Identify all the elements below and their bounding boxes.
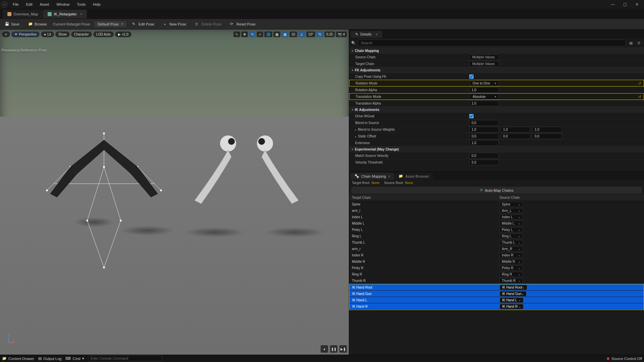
label[interactable]: Static Offset [355, 134, 469, 138]
asset-browser-tab[interactable]: 📁 Asset Browser [394, 173, 433, 180]
pause-button[interactable]: ❚❚ [330, 345, 337, 353]
move-mode-icon[interactable]: ✥ [241, 32, 248, 37]
source-chain-dropdown[interactable]: Middle L⌄ [499, 221, 523, 226]
menu-asset[interactable]: Asset [37, 1, 53, 8]
viewport-menu-button[interactable]: ≡ [2, 32, 10, 37]
source-chain-dropdown[interactable]: IK Hand R⌄ [500, 304, 523, 309]
source-chain-dropdown[interactable]: IK Hand Gun⌄ [500, 291, 526, 296]
chain-row[interactable]: SpineSpine⌄ [349, 201, 644, 207]
label[interactable]: Blend to Source Weights [355, 128, 469, 131]
menu-tools[interactable]: Tools [73, 1, 89, 8]
extension-input[interactable]: 1.0 [469, 140, 499, 146]
lit-dropdown[interactable]: ● Lit [41, 32, 54, 37]
play-speed[interactable]: ▶ x1.0 [115, 32, 131, 37]
default-pose-dropdown[interactable]: Default Pose [94, 21, 126, 27]
source-chain-dropdown[interactable]: Thumb L⌄ [499, 240, 523, 245]
match-vel-input[interactable]: 0.0 [469, 153, 499, 159]
gear-icon[interactable]: ⚙ [636, 40, 642, 46]
delete-pose-button[interactable]: 🗑Delete Pose [192, 20, 224, 28]
chain-row[interactable]: IK Hand RIK Hand R⌄ [350, 303, 644, 310]
content-drawer-button[interactable]: 📁 Content Drawer [2, 356, 34, 361]
chain-row[interactable]: Thumb RThumb R⌄ [349, 278, 644, 284]
cmd-dropdown[interactable]: ⌨ Cmd ▾ [65, 356, 84, 361]
source-chain-dropdown[interactable]: Thumb R⌄ [499, 278, 523, 283]
source-chain-dropdown[interactable]: Arm_L⌄ [499, 208, 523, 213]
target-chain-dropdown[interactable]: Multiple Values [469, 61, 499, 67]
reset-pose-button[interactable]: ⟳Reset Pose [227, 20, 258, 28]
bw1-input[interactable]: 1.0 [469, 127, 499, 132]
tab-overview[interactable]: Overview_Map [3, 10, 43, 18]
translation-mode-dropdown[interactable]: Absolute [470, 94, 499, 100]
character-dropdown[interactable]: Character [71, 32, 92, 37]
filter-icon[interactable]: ▦ [628, 40, 634, 46]
chain-row[interactable]: Middle RMiddle R⌄ [349, 258, 644, 265]
chain-list[interactable]: SpineSpine⌄arm_lArm_L⌄Index LIndex L⌄Mid… [349, 201, 644, 355]
bw2-input[interactable]: 1.0 [501, 127, 530, 132]
drive-ik-checkbox[interactable] [469, 114, 474, 118]
section-fk[interactable]: FK Adjustments [349, 67, 644, 73]
angle-snap-value[interactable]: 10° [306, 32, 315, 37]
show-dropdown[interactable]: Show [55, 32, 70, 37]
chain-row[interactable]: Thumb LThumb L⌄ [349, 239, 644, 246]
so1-input[interactable]: 0.0 [469, 133, 499, 139]
search-input[interactable] [358, 40, 626, 46]
console-input[interactable] [88, 356, 162, 361]
chain-row[interactable]: Pinky RPinky R⌄ [349, 265, 644, 271]
close-icon[interactable]: × [80, 12, 82, 16]
chain-row[interactable]: arm_lArm_L⌄ [349, 207, 644, 214]
browse-button[interactable]: 📁Browse [25, 20, 50, 28]
lod-dropdown[interactable]: LOD Auto [93, 32, 114, 37]
source-chain-dropdown[interactable]: Index L⌄ [499, 215, 523, 220]
details-tab[interactable]: ✎ Details× [351, 31, 382, 38]
menu-window[interactable]: Window [53, 1, 73, 8]
scale-snap-value[interactable]: 0.25 [324, 32, 335, 37]
reset-icon[interactable]: ↺ [638, 95, 641, 99]
angle-snap-toggle[interactable]: ∠ [298, 32, 305, 37]
source-control[interactable]: Source Control Off [607, 357, 642, 361]
reset-icon[interactable]: ↺ [638, 81, 641, 85]
automap-button[interactable]: ⟳Auto-Map Chains [351, 187, 642, 194]
edit-pose-button[interactable]: ✎Edit Pose [129, 20, 157, 28]
blend-source-input[interactable]: 0.0 [469, 120, 499, 126]
chain-row[interactable]: Pinky LPinky L⌄ [349, 227, 644, 233]
chain-row[interactable]: IK Hand RootIK Hand Root⌄ [350, 284, 644, 291]
section-chain[interactable]: Chain Mapping [349, 48, 644, 54]
chain-row[interactable]: Index LIndex L⌄ [349, 214, 644, 220]
chain-row[interactable]: Ring RRing R⌄ [349, 271, 644, 278]
world-local-icon[interactable]: 🌐 [264, 32, 272, 37]
rotation-alpha-input[interactable]: 1.0 [469, 87, 499, 93]
new-pose-button[interactable]: ＋New Pose [160, 20, 189, 28]
so2-input[interactable]: 0.0 [501, 133, 530, 139]
maximize-button[interactable]: ▢ [619, 1, 631, 8]
chain-row[interactable]: arm_rArm_R⌄ [349, 246, 644, 252]
bw3-input[interactable]: 1.0 [532, 127, 562, 132]
source-chain-dropdown[interactable]: Pinky L⌄ [499, 227, 523, 232]
camera-speed[interactable]: 📷 4 [336, 32, 347, 37]
surface-snap-icon[interactable]: ▦ [273, 32, 280, 37]
section-ik[interactable]: IK Adjustments [349, 107, 644, 113]
chain-row[interactable]: IK Hand LIK Hand L⌄ [350, 297, 644, 303]
copy-pose-checkbox[interactable] [469, 74, 474, 79]
vel-thresh-input[interactable]: 5.0 [469, 160, 499, 165]
chain-row[interactable]: Ring LRing L⌄ [349, 233, 644, 239]
minimize-button[interactable]: — [607, 1, 619, 8]
scale-mode-icon[interactable]: ⤢ [257, 32, 263, 37]
tab-retargeter[interactable]: IK_Retargeter × [43, 10, 87, 18]
source-chain-dropdown[interactable]: Ring R⌄ [499, 272, 523, 277]
step-button[interactable]: ▶❚ [339, 345, 347, 353]
record-button[interactable]: ● [321, 345, 328, 353]
source-chain-dropdown[interactable]: IK Hand L⌄ [500, 298, 523, 303]
select-mode-icon[interactable]: ↖ [233, 32, 240, 37]
chain-row[interactable]: IK Hand GunIK Hand Gun⌄ [350, 291, 644, 297]
source-chain-dropdown[interactable]: Ring L⌄ [499, 234, 523, 239]
save-button[interactable]: 💾Save [2, 20, 22, 28]
grid-snap-value[interactable]: 10 [289, 32, 297, 37]
chain-row[interactable]: Middle LMiddle L⌄ [349, 220, 644, 227]
chainmap-tab[interactable]: 🦴 Chain Mapping × [351, 173, 394, 180]
rotation-mode-dropdown[interactable]: One to One [470, 80, 499, 86]
close-icon[interactable]: × [388, 174, 390, 178]
source-chain-dropdown[interactable]: Arm_R⌄ [499, 246, 523, 251]
menu-help[interactable]: Help [90, 1, 104, 8]
source-chain-dropdown[interactable]: Index R⌄ [499, 253, 523, 258]
source-chain-dropdown[interactable]: Multiple Values [469, 54, 499, 60]
